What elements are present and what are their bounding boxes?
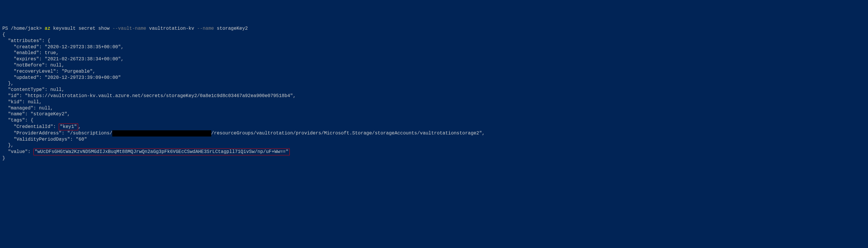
terminal-output: PS /home/jack> az keyvault secret show -… [2,26,866,162]
command-val-name: storageKey2 [217,26,248,31]
highlight-secret-value: "wUcDFsGHGtWa2KzvND5MGdIJxBuqMt88MQJrwQn… [33,148,290,155]
output-line: "enabled": true, [2,50,59,56]
output-line: "recoveryLevel": "Purgeable", [2,69,95,74]
command-subcommand: keyvault secret show [53,26,113,31]
output-line: "name": "storageKey2", [2,111,70,117]
output-line: "created": "2020-12-29T23:38:35+00:00", [2,45,124,50]
output-line: } [2,156,5,161]
output-line: "notBefore": null, [2,63,64,68]
output-line: "contentType": null, [2,87,64,92]
output-line: "expires": "2021-02-26T23:38:34+00:00", [2,56,124,62]
command-flag-vault: --vault-name [112,26,149,31]
prompt-label: PS [2,26,11,31]
output-line: "tags": { [2,118,33,123]
output-line: "updated": "2020-12-29T23:39:09+00:00" [2,75,121,80]
output-line: "value": [2,149,33,155]
output-line: "ProviderAddress": "/subscriptions/ [2,131,112,136]
output-line: "id": "https://vaultrotation-kv.vault.az… [2,93,296,99]
output-line: "ValidityPeriodDays": "60" [2,137,87,142]
command-val-vault: vaultrotation-kv [149,26,197,31]
output-line: /resourceGroups/vaultrotation/providers/… [211,131,485,136]
prompt-sep: > [39,26,45,31]
command-flag-name: --name [197,26,217,31]
output-line: "CredentialId": [2,124,59,130]
output-line: "kid": null, [2,100,42,105]
output-line: }, [2,81,13,86]
output-line: , [78,124,81,130]
output-line: { [2,32,5,37]
output-line: }, [2,143,13,148]
output-line: "managed": null, [2,106,53,111]
prompt-path: /home/jack [11,26,39,31]
command-name: az [45,26,53,31]
highlight-credential-id: "key1" [59,123,78,130]
output-line: "attributes": { [2,38,50,44]
redacted-subscription [112,130,211,137]
